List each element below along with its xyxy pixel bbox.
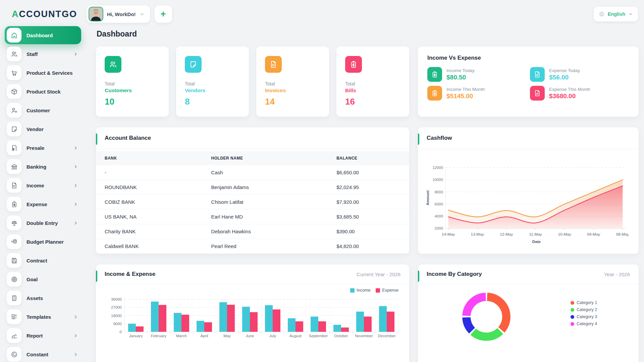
avatar — [89, 7, 103, 21]
sidebar-item-assets[interactable]: Assets — [5, 289, 81, 307]
sidebar-item-constant[interactable]: Constant — [5, 345, 81, 362]
sidebar-item-presale[interactable]: Presale — [5, 139, 81, 157]
svg-text:January: January — [129, 334, 143, 338]
legend-swatch — [350, 288, 355, 293]
cashflow-chart: 2000400060008000100001200014-May13-May12… — [425, 161, 629, 244]
legend-dot — [571, 308, 574, 312]
column-header: BALANCE — [328, 151, 409, 165]
stat-value: 14 — [265, 97, 320, 107]
coins-icon: $ — [7, 234, 21, 249]
brand-logo-accent: A — [12, 9, 19, 19]
income-by-category-chart-area: Category 1Category 2Category 3Category 4 — [418, 284, 639, 345]
calculator-icon — [7, 291, 21, 305]
table-cell: $7,920.00 — [328, 195, 409, 209]
target-icon — [7, 272, 21, 287]
svg-text:27000: 27000 — [111, 305, 122, 309]
table-cell: Earl Hane MD — [203, 209, 328, 224]
user-menu[interactable]: Hi, WorkDo! — [87, 5, 150, 23]
sidebar-item-contract[interactable]: Contract — [5, 251, 81, 269]
chevron-right-icon — [73, 352, 78, 357]
stat-prefix: Total — [345, 81, 400, 86]
sidebar-item-goal[interactable]: Goal — [5, 270, 81, 288]
chevron-right-icon — [73, 52, 78, 56]
globe-icon — [599, 11, 605, 17]
metric-label: Expense Today — [549, 68, 580, 73]
stat-value: 10 — [105, 97, 160, 107]
sidebar-item-budget-planner[interactable]: $ Budget Planner — [5, 233, 81, 251]
svg-text:May: May — [223, 334, 231, 338]
metric-value: $3680.00 — [549, 93, 590, 100]
file-badge-icon — [7, 140, 21, 155]
income-expense-title: Income & Expense — [105, 271, 155, 278]
sidebar-item-product-stock[interactable]: Product Stock — [5, 82, 81, 101]
sidebar-item-report[interactable]: Report — [5, 326, 81, 345]
language-selector[interactable]: English — [594, 7, 638, 21]
cashflow-header: Cashflow — [418, 127, 639, 149]
sidebar-item-vendor[interactable]: Vendor — [5, 120, 81, 138]
note-icon — [185, 56, 202, 73]
chart-icon — [7, 328, 21, 343]
svg-text:10000: 10000 — [433, 178, 443, 182]
svg-text:10-May: 10-May — [558, 232, 571, 236]
sidebar-item-double-entry[interactable]: Double Entry — [5, 214, 81, 232]
table-header: BANKHOLDER NAMEBALANCE — [96, 151, 409, 165]
legend-item-expense: Expense — [376, 288, 398, 293]
svg-text:12-May: 12-May — [500, 232, 513, 236]
income-expense-chart: 09000180002700036000JanuaryFebruaryMarch… — [104, 293, 401, 350]
svg-text:14-May: 14-May — [442, 232, 455, 236]
sidebar-item-templates[interactable]: Templates — [5, 308, 81, 326]
svg-text:July: July — [269, 334, 276, 338]
table-cell: $4,820.00 — [328, 239, 409, 254]
table-cell: $390.00 — [328, 224, 409, 239]
stat-card-invoices: Total Invoices 14 — [256, 47, 329, 117]
svg-text:18000: 18000 — [111, 314, 122, 318]
svg-text:08-May: 08-May — [616, 232, 629, 236]
sidebar-item-income[interactable]: Income — [5, 176, 81, 194]
svg-text:August: August — [289, 334, 302, 338]
add-button[interactable]: + — [155, 5, 172, 23]
metric-label: Expense This Month — [549, 87, 590, 92]
legend-dot — [571, 315, 574, 319]
account-balance-panel: Account Balance BANKHOLDER NAMEBALANCE -… — [96, 127, 409, 254]
stat-value: 8 — [185, 97, 240, 107]
chevron-right-icon — [73, 146, 78, 150]
table-cell: Deborah Hawkins — [203, 224, 328, 239]
svg-text:12000: 12000 — [433, 166, 443, 170]
svg-text:Amount: Amount — [425, 190, 430, 205]
table-row: COBIZ BANKChisom Latifat$7,920.00 — [96, 195, 409, 209]
sidebar-item-product-services[interactable]: Product & Services — [5, 64, 81, 82]
sidebar-item-banking[interactable]: Banking — [5, 158, 81, 176]
clipboard-dollar-icon — [345, 56, 362, 73]
table-row: -Cash$6,650.00 — [96, 165, 409, 180]
svg-text:13-May: 13-May — [471, 232, 484, 236]
stat-prefix: Total — [185, 81, 240, 86]
sidebar: Dashboard Staff Product & Services Produ… — [0, 24, 86, 362]
file-text-icon — [7, 178, 21, 193]
table-cell: Benjamin Adams — [203, 180, 328, 195]
column-header: BANK — [96, 151, 203, 165]
legend-item-category-2: Category 2 — [571, 307, 597, 312]
file-text-icon — [530, 86, 545, 101]
account-balance-header: Account Balance — [96, 127, 409, 149]
account-balance-title: Account Balance — [105, 135, 151, 141]
chevron-down-icon — [628, 12, 633, 16]
svg-text:March: March — [176, 334, 187, 338]
legend-dot — [571, 301, 574, 305]
sidebar-item-staff[interactable]: Staff — [5, 45, 81, 63]
sidebar-item-expense[interactable]: Expense — [5, 195, 81, 213]
table-cell: Pearl Reed — [203, 239, 328, 254]
metric-expense-this-month: Expense This Month $3680.00 — [530, 86, 629, 101]
income-by-category-title: Income By Category — [427, 271, 482, 278]
save-icon — [7, 253, 21, 268]
disc-icon — [7, 347, 21, 362]
topbar: ACCOUNTGO Hi, WorkDo! + English — [0, 0, 644, 23]
svg-text:11-May: 11-May — [529, 232, 542, 236]
income-expense-subtitle: Current Year - 2026 — [357, 272, 400, 277]
sidebar-item-customer[interactable]: Customer — [5, 101, 81, 119]
chevron-right-icon — [73, 165, 78, 169]
table-cell: Charity BANK — [96, 224, 203, 239]
chevron-right-icon — [73, 334, 78, 338]
svg-text:September: September — [309, 334, 328, 338]
sidebar-item-dashboard[interactable]: Dashboard — [5, 26, 81, 44]
chevron-down-icon — [140, 12, 145, 17]
